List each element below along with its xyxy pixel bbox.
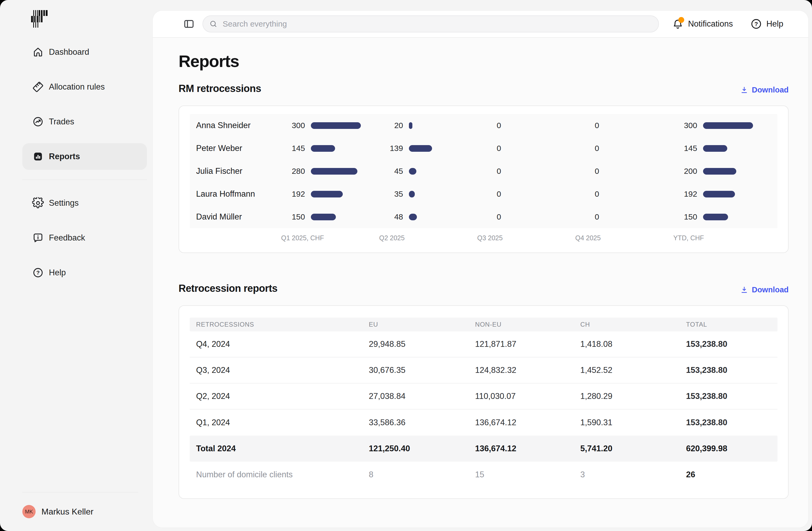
rm-value: 192	[281, 189, 305, 199]
page-title: Reports	[178, 52, 788, 71]
rm-value: 0	[477, 189, 501, 199]
rm-bar	[409, 145, 432, 152]
feedback-icon	[32, 232, 44, 244]
rm-metric-cell: 35	[379, 189, 477, 199]
download-icon	[740, 86, 749, 94]
topbar-actions: Notifications ? Help	[672, 18, 783, 30]
report-cell: 153,238.80	[686, 340, 778, 349]
reports-column-header: RETROCESSIONS	[196, 321, 369, 328]
search-bar[interactable]	[202, 15, 659, 32]
rm-value: 150	[281, 212, 305, 221]
rm-section-title: RM retrocessions	[178, 83, 261, 94]
app-window: Dashboard Allocation rules Trades Report…	[0, 0, 812, 531]
rm-value: 0	[575, 212, 599, 221]
notifications-button[interactable]: Notifications	[672, 18, 733, 30]
sidebar-item-help[interactable]: ? Help	[22, 259, 147, 286]
total-cell: 620,399.98	[686, 444, 778, 454]
sidebar-toggle-button[interactable]	[183, 17, 195, 30]
bell-icon	[672, 18, 684, 30]
search-input[interactable]	[222, 19, 634, 29]
rm-bar-track	[409, 122, 477, 129]
rm-bar-track	[409, 145, 477, 152]
rm-value: 0	[575, 144, 599, 153]
rm-value: 35	[379, 189, 403, 199]
report-cell: 124,832.32	[475, 365, 580, 375]
report-cell: 121,871.87	[475, 340, 580, 349]
rm-metric-cell: 150	[281, 212, 379, 221]
sidebar-item-feedback[interactable]: Feedback	[22, 225, 147, 251]
rm-person-name: Anna Shneider	[196, 121, 281, 130]
sidebar-item-label: Allocation rules	[49, 82, 105, 92]
sidebar-item-dashboard[interactable]: Dashboard	[22, 39, 147, 66]
rm-chart: Anna Shneider 300 20 0	[190, 114, 778, 228]
report-cell: 27,038.84	[369, 391, 475, 401]
total-cell: 136,674.12	[475, 444, 580, 454]
trades-icon	[32, 116, 44, 128]
sidebar-item-label: Help	[49, 268, 66, 277]
company-logo-barcode	[31, 10, 48, 28]
rm-bar-track	[703, 214, 778, 220]
footer-cell: 15	[475, 470, 580, 479]
rm-value: 45	[379, 167, 403, 176]
rm-axis-labels: Q1 2025, CHFQ2 2025Q3 2025Q4 2025YTD, CH…	[196, 234, 778, 242]
report-cell: 29,948.85	[369, 340, 475, 349]
rm-metric-cell: 192	[281, 189, 379, 199]
rm-value: 145	[281, 144, 305, 153]
report-row: Q1, 202433,586.36136,674.121,590.31153,2…	[190, 410, 778, 435]
reports-download-button[interactable]: Download	[740, 285, 788, 294]
sidebar-item-allocation-rules[interactable]: Allocation rules	[22, 74, 147, 100]
download-label: Download	[752, 285, 788, 294]
sidebar-divider	[22, 180, 147, 180]
rm-section-header: RM retrocessions Download	[178, 83, 788, 94]
help-button[interactable]: ? Help	[750, 18, 783, 30]
rm-value: 0	[477, 212, 501, 221]
report-cell: 110,030.07	[475, 391, 580, 401]
rm-value: 300	[281, 121, 305, 130]
reports-table-header: RETROCESSIONSEUNON-EUCHTOTAL	[190, 318, 778, 331]
help-circle-icon: ?	[32, 267, 44, 279]
rm-axis-label: Q1 2025, CHF	[281, 234, 379, 242]
footer-row-label: Number of domicile clients	[196, 470, 369, 479]
rm-axis-label: Q2 2025	[379, 234, 477, 242]
sidebar-item-reports[interactable]: Reports	[22, 143, 147, 170]
rm-metric-cell: 20	[379, 121, 477, 130]
rm-download-button[interactable]: Download	[740, 86, 788, 94]
rm-value: 0	[575, 189, 599, 199]
footer-cell: 3	[580, 470, 686, 479]
reports-section-header: Retrocession reports Download	[178, 283, 788, 294]
report-cell: 153,238.80	[686, 391, 778, 401]
rm-bar-track	[311, 145, 379, 152]
user-name: Markus Keller	[41, 507, 93, 517]
rm-bar	[409, 168, 416, 175]
sidebar-item-label: Trades	[49, 117, 74, 127]
rm-bar-track	[703, 122, 778, 129]
rm-metric-cell: 145	[281, 144, 379, 153]
sidebar-item-label: Feedback	[49, 233, 85, 243]
rm-value: 0	[575, 121, 599, 130]
rm-bar-track	[311, 214, 379, 220]
report-cell: 153,238.80	[686, 365, 778, 375]
sidebar-item-settings[interactable]: Settings	[22, 190, 147, 216]
rm-bar-track	[409, 214, 477, 220]
rm-bar-track	[703, 168, 778, 175]
rm-bar-track	[703, 145, 778, 152]
rm-bar	[703, 168, 736, 175]
rm-value: 192	[673, 189, 697, 199]
reports-column-header: NON-EU	[475, 321, 580, 328]
rm-metric-cell: 0	[575, 167, 673, 176]
rm-bar	[311, 122, 361, 129]
avatar: MK	[22, 505, 35, 518]
report-row: Q3, 202430,676.35124,832.321,452.52153,2…	[190, 357, 778, 384]
rm-value: 0	[477, 144, 501, 153]
rm-bar	[703, 122, 753, 129]
sidebar: Dashboard Allocation rules Trades Report…	[0, 0, 153, 531]
rm-row: David Müller 150 48 0	[196, 205, 778, 228]
sidebar-item-trades[interactable]: Trades	[22, 109, 147, 135]
rm-bar	[703, 214, 728, 220]
total-cell: 121,250.40	[369, 444, 475, 454]
rm-bar	[311, 214, 336, 220]
rm-metric-cell: 0	[477, 144, 575, 153]
rm-axis-label: Q4 2025	[575, 234, 673, 242]
user-profile[interactable]: MK Markus Keller	[22, 505, 93, 518]
rm-bar	[703, 191, 735, 198]
